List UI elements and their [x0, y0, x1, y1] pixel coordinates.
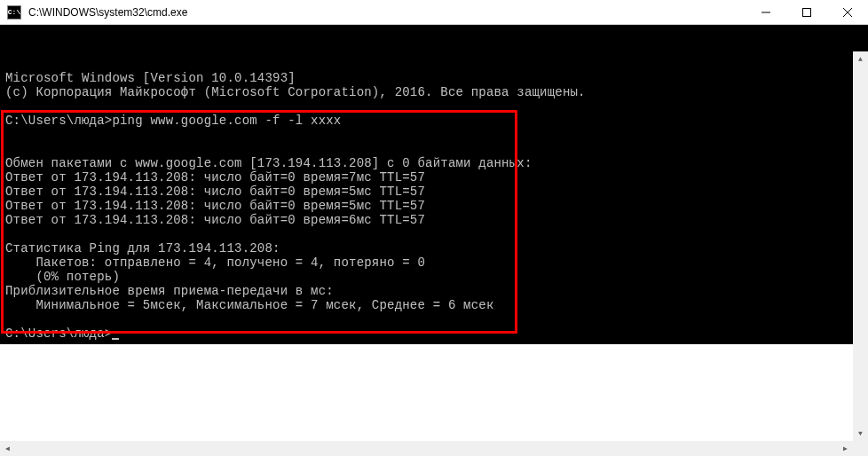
window-controls — [746, 0, 868, 24]
scroll-track-v[interactable] — [853, 67, 868, 426]
cmd-window: C:\ C:\WINDOWS\system32\cmd.exe Microsof… — [0, 0, 868, 456]
vertical-scrollbar[interactable]: ▲ ▼ — [853, 51, 868, 441]
scroll-track-h[interactable] — [15, 441, 838, 456]
terminal-line: C:\Users\люда> — [5, 326, 863, 341]
terminal-line — [5, 128, 863, 142]
cursor — [112, 338, 119, 340]
terminal-line — [5, 312, 863, 326]
terminal-line: Ответ от 173.194.113.208: число байт=0 в… — [5, 185, 863, 199]
terminal-line: C:\Users\люда>ping www.google.com -f -l … — [5, 114, 863, 128]
terminal-line: Ответ от 173.194.113.208: число байт=0 в… — [5, 213, 863, 227]
horizontal-scrollbar[interactable]: ◀ ▶ — [0, 441, 853, 456]
scroll-right-icon[interactable]: ▶ — [838, 441, 853, 456]
terminal-line: Пакетов: отправлено = 4, получено = 4, п… — [5, 256, 863, 270]
terminal-line: Ответ от 173.194.113.208: число байт=0 в… — [5, 170, 863, 185]
terminal-line — [5, 99, 863, 114]
terminal-line: Microsoft Windows [Version 10.0.14393] — [5, 71, 863, 85]
close-button[interactable] — [827, 0, 868, 24]
maximize-button[interactable] — [786, 0, 827, 24]
terminal-line: Статистика Ping для 173.194.113.208: — [5, 241, 863, 256]
scrollbar-corner — [853, 441, 868, 456]
titlebar[interactable]: C:\ C:\WINDOWS\system32\cmd.exe — [0, 0, 868, 25]
app-icon: C:\ — [7, 5, 21, 20]
terminal-line: (0% потерь) — [5, 270, 863, 284]
terminal-line — [5, 142, 863, 156]
terminal-line: Ответ от 173.194.113.208: число байт=0 в… — [5, 199, 863, 213]
terminal-output[interactable]: Microsoft Windows [Version 10.0.14393](c… — [0, 25, 868, 344]
terminal-line: Минимальное = 5мсек, Максимальное = 7 мс… — [5, 298, 863, 312]
terminal-line: Приблизительное время приема-передачи в … — [5, 284, 863, 298]
svg-rect-1 — [803, 8, 811, 16]
scroll-left-icon[interactable]: ◀ — [0, 441, 15, 456]
terminal-line — [5, 227, 863, 241]
window-title: C:\WINDOWS\system32\cmd.exe — [28, 6, 746, 19]
terminal-line: (c) Корпорация Майкрософт (Microsoft Cor… — [5, 85, 863, 99]
terminal-line: Обмен пакетами с www.google.com [173.194… — [5, 156, 863, 170]
scroll-up-icon[interactable]: ▲ — [853, 51, 868, 67]
minimize-button[interactable] — [746, 0, 786, 24]
scroll-down-icon[interactable]: ▼ — [853, 426, 868, 441]
